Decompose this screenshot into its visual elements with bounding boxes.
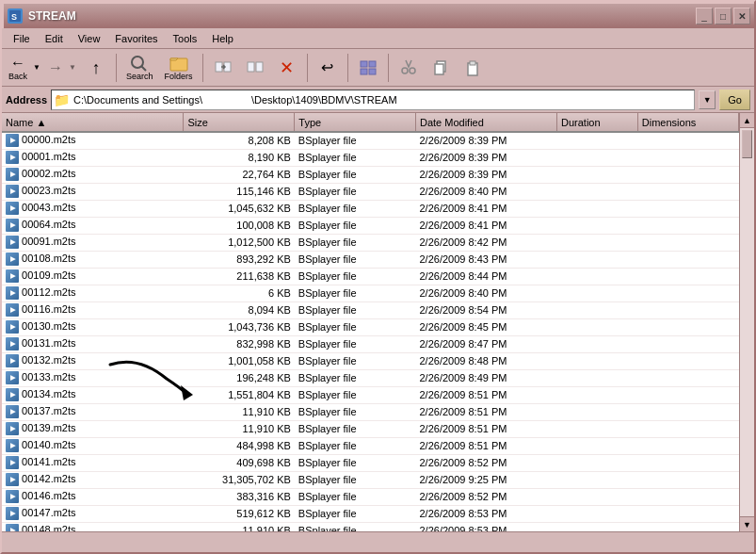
address-input[interactable] xyxy=(73,94,692,106)
table-row[interactable]: ▶ 00141.m2ts409,698 KBBSplayer file2/26/… xyxy=(2,454,739,471)
delete-button[interactable]: ✕ xyxy=(272,51,302,85)
file-icon: ▶ xyxy=(6,134,19,147)
scrollbar[interactable]: ▲ ▼ xyxy=(739,113,754,531)
copy-to-button[interactable] xyxy=(240,51,270,85)
file-icon: ▶ xyxy=(6,371,19,384)
toolbar-separator-5 xyxy=(388,54,389,82)
file-icon: ▶ xyxy=(6,269,19,283)
table-row[interactable]: ▶ 00133.m2ts196,248 KBBSplayer file2/26/… xyxy=(2,369,739,386)
table-row[interactable]: ▶ 00109.m2ts211,638 KBBSplayer file2/26/… xyxy=(2,268,739,285)
table-row[interactable]: ▶ 00000.m2ts8,208 KBBSplayer file2/26/20… xyxy=(2,132,739,149)
table-row[interactable]: ▶ 00132.m2ts1,001,058 KBBSplayer file2/2… xyxy=(2,352,739,369)
column-header-date[interactable]: Date Modified xyxy=(415,113,556,132)
column-header-name[interactable]: Name ▲ xyxy=(2,113,184,132)
svg-rect-9 xyxy=(361,61,367,67)
scroll-down-button[interactable]: ▼ xyxy=(740,516,754,531)
menu-edit[interactable]: Edit xyxy=(38,31,71,46)
file-icon: ▶ xyxy=(6,219,19,232)
table-row[interactable]: ▶ 00139.m2ts11,910 KBBSplayer file2/26/2… xyxy=(2,420,739,437)
paste-button[interactable] xyxy=(458,51,488,85)
table-row[interactable]: ▶ 00112.m2ts6 KBBSplayer file2/26/2009 8… xyxy=(2,285,739,301)
up-button[interactable]: ↑ xyxy=(81,51,111,85)
file-icon: ▶ xyxy=(6,253,19,266)
file-icon: ▶ xyxy=(6,354,19,367)
file-list[interactable]: Name ▲ Size Type Date Modified Duration … xyxy=(2,113,739,531)
file-icon: ▶ xyxy=(6,473,19,486)
status-bar xyxy=(2,531,754,552)
table-row[interactable]: ▶ 00064.m2ts100,008 KBBSplayer file2/26/… xyxy=(2,217,739,234)
column-header-size[interactable]: Size xyxy=(184,113,295,132)
svg-rect-12 xyxy=(369,69,376,74)
address-input-wrap: 📁 xyxy=(51,90,695,110)
table-row[interactable]: ▶ 00134.m2ts1,551,804 KBBSplayer file2/2… xyxy=(2,386,739,403)
address-dropdown[interactable]: ▼ xyxy=(699,90,716,109)
column-header-dimensions[interactable]: Dimensions xyxy=(637,113,738,132)
views-button[interactable] xyxy=(353,51,383,85)
table-row[interactable]: ▶ 00137.m2ts11,910 KBBSplayer file2/26/2… xyxy=(2,403,739,420)
file-icon: ▶ xyxy=(6,286,19,300)
window-title: STREAM xyxy=(28,9,696,23)
table-row[interactable]: ▶ 00140.m2ts484,998 KBBSplayer file2/26/… xyxy=(2,437,739,454)
toolbar: ← Back ▼ → ▼ ↑ xyxy=(2,49,754,87)
file-icon: ▶ xyxy=(6,185,19,198)
table-row[interactable]: ▶ 00148.m2ts11,910 KBBSplayer file2/26/2… xyxy=(2,522,739,531)
table-row[interactable]: ▶ 00116.m2ts8,094 KBBSplayer file2/26/20… xyxy=(2,301,739,318)
address-label: Address xyxy=(6,94,47,106)
table-row[interactable]: ▶ 00002.m2ts22,764 KBBSplayer file2/26/2… xyxy=(2,166,739,183)
scroll-track[interactable] xyxy=(740,128,754,516)
table-row[interactable]: ▶ 00130.m2ts1,043,736 KBBSplayer file2/2… xyxy=(2,318,739,335)
svg-rect-18 xyxy=(470,61,475,65)
toolbar-separator-2 xyxy=(202,54,203,82)
table-row[interactable]: ▶ 00091.m2ts1,012,500 KBBSplayer file2/2… xyxy=(2,234,739,251)
menu-help[interactable]: Help xyxy=(204,31,241,46)
scroll-thumb[interactable] xyxy=(742,130,752,158)
scroll-up-button[interactable]: ▲ xyxy=(740,113,754,128)
window-frame: S STREAM _ □ ✕ File Edit View Favorites … xyxy=(0,0,756,554)
minimize-button[interactable]: _ xyxy=(696,8,713,24)
main-content: Name ▲ Size Type Date Modified Duration … xyxy=(2,113,754,552)
file-icon: ▶ xyxy=(6,422,19,435)
table-row[interactable]: ▶ 00108.m2ts893,292 KBBSplayer file2/26/… xyxy=(2,251,739,268)
svg-point-14 xyxy=(410,68,415,73)
svg-rect-10 xyxy=(369,61,376,67)
close-button[interactable]: ✕ xyxy=(733,8,750,24)
maximize-button[interactable]: □ xyxy=(715,8,732,24)
forward-dropdown-arrow[interactable]: ▼ xyxy=(66,51,79,85)
window-icon: S xyxy=(8,8,23,24)
title-bar: S STREAM _ □ ✕ xyxy=(2,2,754,28)
menu-file[interactable]: File xyxy=(6,31,38,46)
svg-rect-11 xyxy=(361,69,367,74)
table-row[interactable]: ▶ 00146.m2ts383,316 KBBSplayer file2/26/… xyxy=(2,488,739,505)
go-button[interactable]: Go xyxy=(719,90,750,110)
move-to-button[interactable] xyxy=(208,51,238,85)
table-row[interactable]: ▶ 00142.m2ts31,305,702 KBBSplayer file2/… xyxy=(2,471,739,488)
cut-button[interactable] xyxy=(394,51,424,85)
column-header-duration[interactable]: Duration xyxy=(557,113,638,132)
menu-view[interactable]: View xyxy=(71,31,108,46)
table-row[interactable]: ▶ 00043.m2ts1,045,632 KBBSplayer file2/2… xyxy=(2,200,739,217)
column-header-type[interactable]: Type xyxy=(295,113,416,132)
address-folder-icon: 📁 xyxy=(54,92,70,107)
menu-tools[interactable]: Tools xyxy=(166,31,205,46)
table-row[interactable]: ▶ 00147.m2ts519,612 KBBSplayer file2/26/… xyxy=(2,505,739,522)
copy-button[interactable] xyxy=(426,51,456,85)
back-button[interactable]: ← Back xyxy=(6,51,30,85)
file-icon: ▶ xyxy=(6,202,19,215)
svg-rect-8 xyxy=(256,62,263,72)
svg-rect-5 xyxy=(216,62,222,72)
forward-button[interactable]: → xyxy=(45,51,66,85)
menu-favorites[interactable]: Favorites xyxy=(107,31,165,46)
table-row[interactable]: ▶ 00001.m2ts8,190 KBBSplayer file2/26/20… xyxy=(2,149,739,166)
address-bar: Address 📁 ▼ Go xyxy=(2,87,754,113)
file-icon: ▶ xyxy=(6,151,19,164)
svg-point-13 xyxy=(402,68,408,73)
file-icon: ▶ xyxy=(6,337,19,350)
folders-button[interactable]: Folders xyxy=(160,51,198,85)
table-row[interactable]: ▶ 00023.m2ts115,146 KBBSplayer file2/26/… xyxy=(2,183,739,200)
search-button[interactable]: Search xyxy=(121,51,158,85)
table-row[interactable]: ▶ 00131.m2ts832,998 KBBSplayer file2/26/… xyxy=(2,335,739,352)
undo-button[interactable]: ↩ xyxy=(313,51,343,85)
back-dropdown-arrow[interactable]: ▼ xyxy=(30,51,43,85)
svg-rect-7 xyxy=(248,62,254,72)
file-icon: ▶ xyxy=(6,303,19,317)
